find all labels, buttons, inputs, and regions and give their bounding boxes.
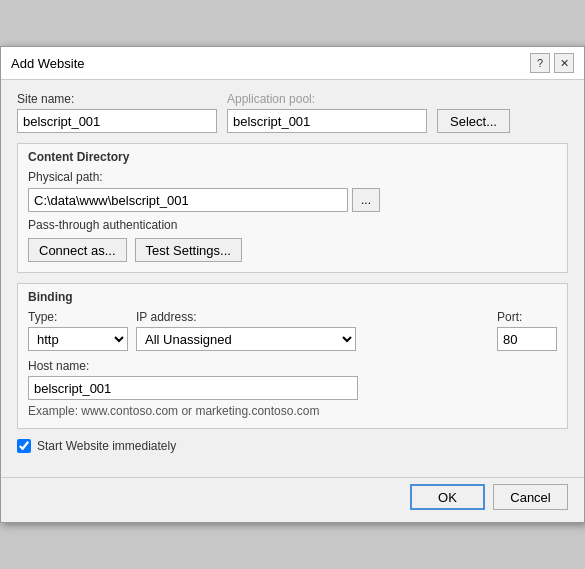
content-directory-title: Content Directory — [28, 150, 557, 164]
type-label: Type: — [28, 310, 128, 324]
auth-buttons-row: Connect as... Test Settings... — [28, 238, 557, 262]
ip-group: IP address: All Unassigned — [136, 310, 489, 351]
host-name-group: Host name: — [28, 359, 557, 400]
dialog-body: Site name: Application pool: Select... C… — [1, 80, 584, 477]
close-button[interactable]: ✕ — [554, 53, 574, 73]
ok-button[interactable]: OK — [410, 484, 485, 510]
content-directory-section: Content Directory Physical path: ... Pas… — [17, 143, 568, 273]
binding-row: Type: http https IP address: All Unassig… — [28, 310, 557, 351]
physical-path-row: ... — [28, 188, 557, 212]
title-bar: Add Website ? ✕ — [1, 47, 584, 80]
type-select[interactable]: http https — [28, 327, 128, 351]
hostname-input[interactable] — [28, 376, 358, 400]
title-bar-controls: ? ✕ — [530, 53, 574, 73]
dialog-footer: OK Cancel — [1, 477, 584, 522]
dialog-title: Add Website — [11, 56, 84, 71]
site-app-row: Site name: Application pool: Select... — [17, 92, 568, 133]
site-name-label: Site name: — [17, 92, 217, 106]
binding-section: Binding Type: http https IP address: All… — [17, 283, 568, 429]
connect-as-button[interactable]: Connect as... — [28, 238, 127, 262]
ip-label: IP address: — [136, 310, 489, 324]
binding-title: Binding — [28, 290, 557, 304]
pass-through-label: Pass-through authentication — [28, 218, 557, 232]
app-pool-group: Application pool: — [227, 92, 427, 133]
physical-path-label: Physical path: — [28, 170, 557, 184]
site-name-input[interactable] — [17, 109, 217, 133]
physical-path-input[interactable] — [28, 188, 348, 212]
browse-button[interactable]: ... — [352, 188, 380, 212]
site-name-group: Site name: — [17, 92, 217, 133]
select-button[interactable]: Select... — [437, 109, 510, 133]
add-website-dialog: Add Website ? ✕ Site name: Application p… — [0, 46, 585, 523]
help-button[interactable]: ? — [530, 53, 550, 73]
title-bar-left: Add Website — [11, 56, 84, 71]
start-website-label: Start Website immediately — [37, 439, 176, 453]
test-settings-button[interactable]: Test Settings... — [135, 238, 242, 262]
start-website-row: Start Website immediately — [17, 439, 568, 453]
port-label: Port: — [497, 310, 557, 324]
physical-path-group: Physical path: — [28, 170, 557, 184]
example-text: Example: www.contoso.com or marketing.co… — [28, 404, 557, 418]
ip-select[interactable]: All Unassigned — [136, 327, 356, 351]
port-input[interactable] — [497, 327, 557, 351]
host-name-label: Host name: — [28, 359, 557, 373]
app-pool-input[interactable] — [227, 109, 427, 133]
type-group: Type: http https — [28, 310, 128, 351]
app-pool-label: Application pool: — [227, 92, 427, 106]
start-website-checkbox[interactable] — [17, 439, 31, 453]
cancel-button[interactable]: Cancel — [493, 484, 568, 510]
port-group: Port: — [497, 310, 557, 351]
